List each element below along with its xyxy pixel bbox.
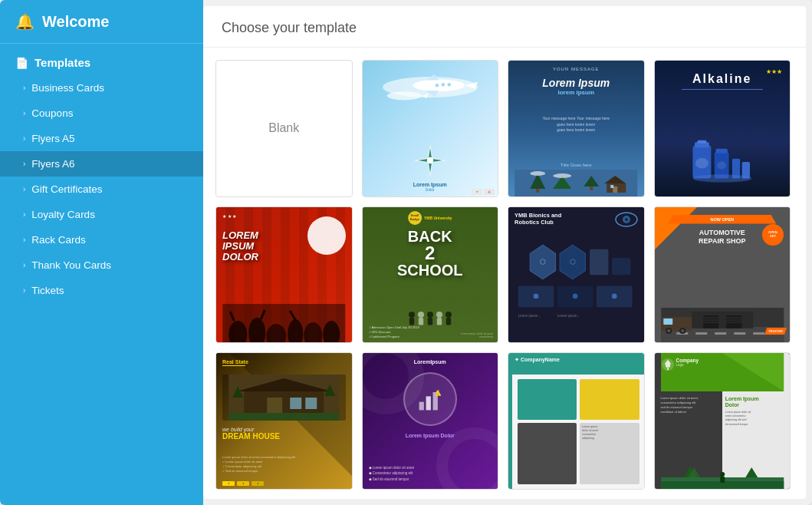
template-card-red-lorem[interactable]: LOREMIPSUMDOLOR ★ ★ ★ xyxy=(215,206,353,344)
svg-text:⬡: ⬡ xyxy=(570,257,576,265)
template-card-company-green[interactable]: Company Logo Lorem ipsum dolor sit amet,… xyxy=(654,352,791,490)
svg-rect-77 xyxy=(753,332,764,335)
template-card-purple-mkt[interactable]: LoremIpsum xyxy=(362,352,499,490)
template-preview-bionics: YMB Bionics andRobotics Club xyxy=(508,207,644,343)
chevron-icon-1: › xyxy=(23,109,25,117)
blank-label: Blank xyxy=(268,121,299,135)
sidebar-item-loyalty-cards[interactable]: › Loyalty Cards xyxy=(0,202,203,227)
main-header: Choose your template xyxy=(203,6,806,48)
sidebar-item-label-8: Tickets xyxy=(31,285,64,296)
chevron-icon-4: › xyxy=(23,185,25,193)
svg-point-11 xyxy=(427,157,433,163)
sidebar-title: Welcome xyxy=(42,13,109,31)
svg-rect-62 xyxy=(612,257,630,274)
template-card-blank[interactable]: Blank xyxy=(215,60,353,197)
sidebar-item-gift-certificates[interactable]: › Gift Certificates xyxy=(0,177,203,202)
svg-text:Lorem ipsum...: Lorem ipsum... xyxy=(557,313,580,317)
svg-rect-45 xyxy=(409,318,414,325)
template-card-automotive[interactable]: NOW OPEN AUTOMOTIVEREPAIR SHOP OPEN24/7 xyxy=(654,206,791,344)
svg-rect-26 xyxy=(697,140,706,143)
chevron-icon-6: › xyxy=(23,236,25,244)
chevron-icon-5: › xyxy=(23,210,25,219)
chevron-icon-2: › xyxy=(23,134,25,143)
template-preview-winter: YOUR MESSAGE Lorem Ipsum lorem ipsum You… xyxy=(508,61,644,196)
template-preview-red-lorem: LOREMIPSUMDOLOR ★ ★ ★ xyxy=(216,207,352,343)
svg-rect-23 xyxy=(610,185,613,188)
sidebar-section-label-text: Templates xyxy=(35,56,90,69)
chevron-icon-0: › xyxy=(23,84,25,92)
svg-text:⬡: ⬡ xyxy=(540,257,546,265)
template-preview-travel: Lorem Ipsum Dolor ✈ ⛵ xyxy=(363,61,498,196)
svg-rect-98 xyxy=(305,398,317,409)
template-card-company-teal[interactable]: ✦ CompanyName Lorem ipsumdolor sit ametc… xyxy=(508,352,645,490)
svg-rect-47 xyxy=(419,318,423,325)
svg-rect-88 xyxy=(663,319,672,325)
sidebar-item-label-2: Flyers A5 xyxy=(31,133,74,144)
template-card-winter[interactable]: YOUR MESSAGE Lorem Ipsum lorem ipsum You… xyxy=(508,60,645,197)
svg-point-5 xyxy=(436,84,439,87)
svg-rect-78 xyxy=(692,312,753,328)
sidebar-item-label-0: Business Cards xyxy=(31,82,104,94)
svg-rect-97 xyxy=(290,398,301,409)
sidebar-item-flyers-a6[interactable]: › Flyers A6 xyxy=(0,151,203,177)
template-preview-automotive: NOW OPEN AUTOMOTIVEREPAIR SHOP OPEN24/7 xyxy=(655,207,791,343)
chevron-icon-8: › xyxy=(23,286,25,295)
template-card-back2school[interactable]: SmallBadge YMB University BACK2SCHOOL xyxy=(362,206,499,344)
svg-point-44 xyxy=(409,312,415,318)
sidebar: 🔔 Welcome 📄 Templates › Business Cards ›… xyxy=(0,0,203,505)
sidebar-item-label-3: Flyers A6 xyxy=(31,158,74,170)
bell-icon: 🔔 xyxy=(15,12,35,31)
template-card-alkaline[interactable]: Alkaline xyxy=(654,60,791,197)
svg-point-117 xyxy=(720,472,725,477)
svg-rect-103 xyxy=(426,396,430,410)
svg-point-7 xyxy=(447,83,451,87)
svg-point-18 xyxy=(530,171,545,176)
template-preview-purple-mkt: LoremIpsum xyxy=(363,353,498,489)
svg-rect-51 xyxy=(437,318,442,325)
svg-point-92 xyxy=(681,329,684,332)
doc-icon: 📄 xyxy=(15,57,28,69)
svg-rect-75 xyxy=(715,332,726,335)
svg-rect-29 xyxy=(715,148,727,153)
sidebar-item-flyers-a5[interactable]: › Flyers A5 xyxy=(0,126,203,151)
template-card-travel[interactable]: Lorem Ipsum Dolor ✈ ⛵ xyxy=(362,60,499,197)
sidebar-section-templates: 📄 Templates xyxy=(0,44,203,75)
svg-point-33 xyxy=(692,174,751,182)
svg-text:Lorem ipsum...: Lorem ipsum... xyxy=(518,313,541,317)
svg-point-67 xyxy=(573,293,578,299)
svg-point-52 xyxy=(445,312,452,318)
sidebar-item-label-6: Rack Cards xyxy=(31,234,86,246)
svg-point-8 xyxy=(387,91,422,100)
template-preview-alkaline: Alkaline xyxy=(655,61,791,196)
chevron-icon-3: › xyxy=(23,160,25,168)
svg-point-19 xyxy=(553,173,571,178)
svg-rect-17 xyxy=(590,186,593,190)
sidebar-item-business-cards[interactable]: › Business Cards xyxy=(0,75,203,101)
template-card-realestate[interactable]: Real State xyxy=(215,352,353,490)
svg-point-90 xyxy=(667,329,670,332)
svg-point-68 xyxy=(612,293,617,299)
svg-point-6 xyxy=(441,83,445,87)
app-container: 🔔 Welcome 📄 Templates › Business Cards ›… xyxy=(0,0,812,505)
svg-rect-76 xyxy=(734,332,745,335)
sidebar-item-coupons[interactable]: › Coupons xyxy=(0,101,203,126)
template-preview-company-teal: ✦ CompanyName Lorem ipsumdolor sit ametc… xyxy=(508,353,644,489)
svg-point-30 xyxy=(717,161,726,169)
svg-rect-74 xyxy=(695,332,707,335)
svg-point-27 xyxy=(695,157,708,168)
template-grid-container[interactable]: Blank xyxy=(203,48,806,499)
template-preview-back2school: SmallBadge YMB University BACK2SCHOOL xyxy=(363,207,498,343)
sidebar-item-label-1: Coupons xyxy=(31,107,73,119)
sidebar-item-thank-you-cards[interactable]: › Thank You Cards xyxy=(0,252,203,278)
svg-rect-49 xyxy=(428,318,432,325)
svg-point-66 xyxy=(534,293,539,299)
svg-marker-106 xyxy=(436,389,440,396)
svg-rect-61 xyxy=(590,249,608,274)
sidebar-header: 🔔 Welcome xyxy=(0,0,203,44)
svg-rect-102 xyxy=(419,402,423,411)
template-card-bionics[interactable]: YMB Bionics andRobotics Club xyxy=(508,206,645,344)
sidebar-item-rack-cards[interactable]: › Rack Cards xyxy=(0,227,203,252)
svg-rect-53 xyxy=(446,318,451,325)
sidebar-item-tickets[interactable]: › Tickets xyxy=(0,278,203,303)
svg-point-56 xyxy=(625,218,628,221)
